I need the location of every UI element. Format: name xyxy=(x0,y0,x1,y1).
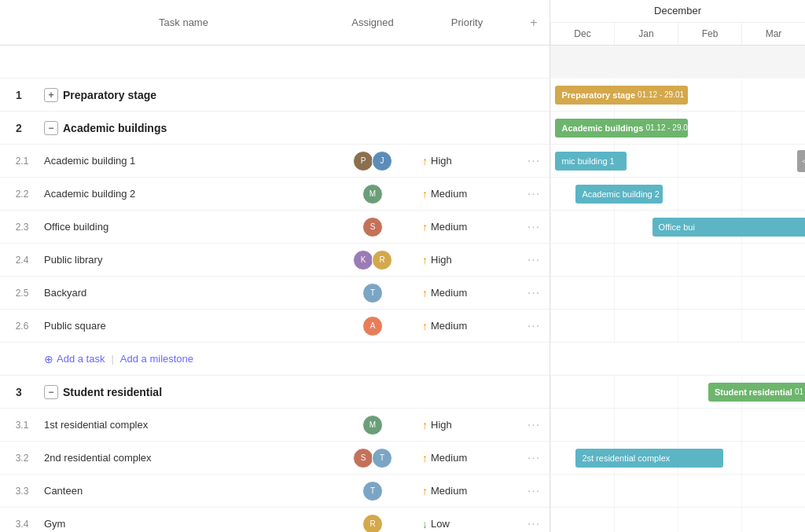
task-2-6-assigned: A xyxy=(329,316,416,336)
task-2-3-more[interactable]: ··· xyxy=(518,220,550,234)
priority-up-icon: ↑ xyxy=(422,155,428,167)
section-1-expand-icon[interactable]: + xyxy=(44,88,58,102)
section-1-name: + Preparatory stage xyxy=(38,88,329,102)
gantt-month-label: December xyxy=(550,5,805,17)
task-3-4-more[interactable]: ··· xyxy=(518,517,550,531)
add-task-link[interactable]: ⊕ Add a task xyxy=(44,353,105,365)
task-2-6-more[interactable]: ··· xyxy=(518,319,550,333)
col-add-button[interactable]: + xyxy=(518,16,550,30)
task-3-2-name: 2nd residential complex xyxy=(38,452,329,464)
task-2-4-priority: ↑ High xyxy=(416,254,518,266)
priority-up-icon: ↑ xyxy=(422,452,428,464)
bar-date: 01 xyxy=(795,387,803,396)
task-2-1-more[interactable]: ··· xyxy=(518,154,550,168)
table-header: Task name Assigned Priority + xyxy=(0,0,550,46)
task-3-2-more[interactable]: ··· xyxy=(518,451,550,465)
avatar-a1: P xyxy=(353,151,373,171)
gantt-grid xyxy=(550,409,805,441)
task-2-3-num: 2.3 xyxy=(0,222,38,233)
gantt-col-headers: Dec Jan Feb Mar xyxy=(550,23,805,45)
gantt-bar-res2[interactable]: 2st residential complex xyxy=(575,449,723,468)
section-row-2: 2 − Academic buildings xyxy=(0,112,550,145)
avatar-a4b: S xyxy=(353,448,373,468)
task-2-5-more[interactable]: ··· xyxy=(518,286,550,300)
task-2-3-name: Office building xyxy=(38,221,329,233)
avatar-a4: S xyxy=(362,217,383,237)
gantt-empty-row-top xyxy=(550,46,805,79)
bar-label: Preparatory stage xyxy=(561,90,635,100)
task-3-4-num: 3.4 xyxy=(0,519,38,530)
bar-label: Academic buildings xyxy=(561,123,643,133)
gantt-bar-student[interactable]: Student residential 01 xyxy=(708,383,805,402)
gantt-body: Preparatory stage 01.12 - 29.01 Academic… xyxy=(550,46,805,532)
gantt-grid xyxy=(550,475,805,507)
priority-up-icon: ↑ xyxy=(422,287,428,299)
task-2-5-num: 2.5 xyxy=(0,288,38,299)
gantt-month-row: December xyxy=(550,0,805,23)
gantt-bar-acad1[interactable]: mic building 1 xyxy=(555,152,627,171)
section-3-collapse-icon[interactable]: − xyxy=(44,385,58,399)
section-2-number: 2 xyxy=(0,122,38,134)
gantt-row-gym xyxy=(550,508,805,532)
task-row-3-2: 3.2 2nd residential complex S T ↑ Medium… xyxy=(0,442,550,475)
add-milestone-link[interactable]: Add a milestone xyxy=(120,353,193,365)
task-2-6-priority: ↑ Medium xyxy=(416,320,518,332)
task-3-1-num: 3.1 xyxy=(0,420,38,431)
task-3-1-priority: ↑ High xyxy=(416,419,518,431)
task-3-2-assigned: S T xyxy=(329,448,416,468)
gantt-col-dec: Dec xyxy=(550,23,614,45)
task-2-5-priority: ↑ Medium xyxy=(416,287,518,299)
task-row-2-1: 2.1 Academic building 1 P J ↑ High ··· xyxy=(0,145,550,178)
task-2-5-name: Backyard xyxy=(38,287,329,299)
task-2-1-priority: ↑ High xyxy=(416,155,518,167)
gantt-bar-office[interactable]: Office bui xyxy=(652,218,805,237)
gantt-cell xyxy=(741,112,805,144)
gantt-bar-academic[interactable]: Academic buildings 01.12 - 29.01 xyxy=(555,119,687,138)
task-3-2-priority: ↑ Medium xyxy=(416,452,518,464)
priority-down-icon: ↓ xyxy=(422,518,428,530)
task-2-2-num: 2.2 xyxy=(0,189,38,200)
empty-top-row xyxy=(0,46,550,79)
bar-label: Student residential xyxy=(715,387,792,397)
gantt-bar-preparatory[interactable]: Preparatory stage 01.12 - 29.01 xyxy=(555,86,687,105)
task-3-3-priority: ↑ Medium xyxy=(416,485,518,497)
gantt-grid xyxy=(550,244,805,276)
avatar-a7: T xyxy=(362,283,383,303)
gantt-row-canteen xyxy=(550,475,805,508)
gantt-row-acad1: mic building 1 ◁ xyxy=(550,145,805,178)
gantt-row-res2: 2st residential complex xyxy=(550,442,805,475)
task-2-2-more[interactable]: ··· xyxy=(518,187,550,201)
gantt-row-library xyxy=(550,244,805,277)
task-2-3-priority: ↑ Medium xyxy=(416,221,518,233)
task-2-4-more[interactable]: ··· xyxy=(518,253,550,267)
task-row-3-3: 3.3 Canteen T ↑ Medium ··· xyxy=(0,475,550,508)
col-assigned-header: Assigned xyxy=(329,17,416,28)
task-2-3-assigned: S xyxy=(329,217,416,237)
priority-up-icon: ↑ xyxy=(422,320,428,332)
bar-label: 2st residential complex xyxy=(582,453,670,463)
section-2-collapse-icon[interactable]: − xyxy=(44,121,58,135)
task-3-3-more[interactable]: ··· xyxy=(518,484,550,498)
task-row-2-4: 2.4 Public library K R ↑ High ··· xyxy=(0,244,550,277)
gantt-bar-acad2[interactable]: Academic building 2 xyxy=(575,185,662,204)
avatar-a6b: R xyxy=(362,514,383,533)
gantt-grid xyxy=(550,277,805,309)
section-2-name: − Academic buildings xyxy=(38,121,329,135)
task-3-1-assigned: M xyxy=(329,415,416,435)
task-3-1-more[interactable]: ··· xyxy=(518,418,550,432)
gantt-panel: December Dec Jan Feb Mar xyxy=(550,0,805,532)
task-2-6-num: 2.6 xyxy=(0,321,38,332)
task-row-3-4: 3.4 Gym R ↓ Low ··· xyxy=(0,508,550,532)
scroll-left-button[interactable]: ◁ xyxy=(797,150,805,172)
section-3-name: − Student residential xyxy=(38,385,329,399)
section-1-number: 1 xyxy=(0,89,38,101)
task-2-4-assigned: K R xyxy=(329,250,416,270)
gantt-grid xyxy=(550,310,805,342)
gantt-row-backyard xyxy=(550,277,805,310)
section-row-3: 3 − Student residential xyxy=(0,376,550,409)
task-3-2-num: 3.2 xyxy=(0,453,38,464)
gantt-header: December Dec Jan Feb Mar xyxy=(550,0,805,46)
gantt-row-student: Student residential 01 xyxy=(550,376,805,409)
priority-up-icon: ↑ xyxy=(422,419,428,431)
priority-up-icon: ↑ xyxy=(422,485,428,497)
